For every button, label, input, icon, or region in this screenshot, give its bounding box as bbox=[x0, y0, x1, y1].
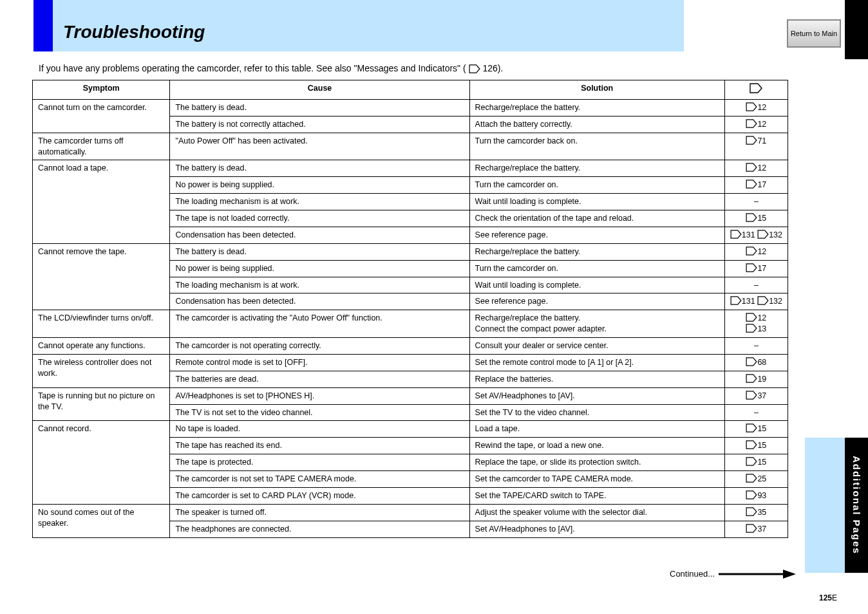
symptom-cell: Cannot record. bbox=[33, 421, 170, 504]
page-ref: 68 bbox=[746, 358, 766, 367]
cause-cell: No tape is loaded. bbox=[170, 421, 469, 438]
table-row: Cannot operate any functions.The camcord… bbox=[33, 338, 788, 355]
solution-cell: Recharge/replace the battery.Connect the… bbox=[469, 310, 724, 338]
table-row: Cannot remove the tape.The battery is de… bbox=[33, 243, 788, 260]
solution-cell: Turn the camcorder on. bbox=[469, 177, 724, 194]
solution-cell: Wait until loading is complete. bbox=[469, 277, 724, 293]
continued-arrow-icon bbox=[719, 570, 796, 579]
cause-cell: The battery is dead. bbox=[170, 99, 469, 116]
table-row: The LCD/viewfinder turns on/off.The camc… bbox=[33, 310, 788, 338]
page-ref: 37 bbox=[746, 525, 766, 534]
symptom-cell: The LCD/viewfinder turns on/off. bbox=[33, 310, 170, 338]
intro-prefix: If you have any problems operating the c… bbox=[39, 63, 466, 73]
page-ref-cell: – bbox=[724, 338, 788, 355]
page-ref: 37 bbox=[746, 391, 766, 400]
cause-cell: The tape is not loaded correctly. bbox=[170, 210, 469, 227]
symptom-cell: The camcorder turns off automatically. bbox=[33, 133, 170, 160]
page-ref: 15 bbox=[746, 441, 766, 450]
page-ref-cell: 37 bbox=[724, 521, 788, 537]
solution-cell: Set the camcorder to TAPE CAMERA mode. bbox=[469, 471, 724, 488]
solution-cell: Recharge/replace the battery. bbox=[469, 160, 724, 177]
cause-cell: Condensation has been detected. bbox=[170, 227, 469, 243]
cause-cell: The TV is not set to the video channel. bbox=[170, 404, 469, 421]
page-ref-cell: 15 bbox=[724, 438, 788, 454]
page-number: 125E bbox=[819, 593, 837, 602]
cause-cell: The tape has reached its end. bbox=[170, 438, 469, 454]
page-ref: 35 bbox=[746, 508, 766, 517]
page-ref-cell: 25 bbox=[724, 471, 788, 488]
page-ref-cell: 71 bbox=[724, 133, 788, 160]
page-ref-cell: 37 bbox=[724, 387, 788, 404]
solution-cell: Attach the battery correctly. bbox=[469, 116, 724, 133]
symptom-cell: Cannot load a tape. bbox=[33, 160, 170, 243]
cause-cell: The battery is not correctly attached. bbox=[170, 116, 469, 133]
page-ref: 15 bbox=[746, 424, 766, 433]
page-ref: 17 bbox=[746, 264, 766, 273]
solution-cell: Check the orientation of the tape and re… bbox=[469, 210, 724, 227]
cause-cell: The camcorder is not set to TAPE CAMERA … bbox=[170, 471, 469, 488]
cause-cell: No power is being supplied. bbox=[170, 177, 469, 194]
solution-cell: Set AV/Headphones to [AV]. bbox=[469, 387, 724, 404]
solution-cell: Replace the tape, or slide its protectio… bbox=[469, 454, 724, 471]
solution-cell: Replace the batteries. bbox=[469, 371, 724, 387]
page-ref-cell: – bbox=[724, 194, 788, 210]
continued-label: Continued... bbox=[670, 569, 715, 579]
solution-cell: Turn the camcorder back on. bbox=[469, 133, 724, 160]
cause-cell: The camcorder is not operating correctly… bbox=[170, 338, 469, 355]
return-to-main-button[interactable]: Return to Main bbox=[787, 19, 841, 48]
solution-cell: Load a tape. bbox=[469, 421, 724, 438]
solution-cell: Wait until loading is complete. bbox=[469, 194, 724, 210]
cause-cell: The headphones are connected. bbox=[170, 521, 469, 537]
side-tab: Additional Pages bbox=[845, 438, 868, 573]
symptom-cell: Cannot operate any functions. bbox=[33, 338, 170, 355]
page-ref-cell: 17 bbox=[724, 177, 788, 194]
table-row: The camcorder turns off automatically."A… bbox=[33, 133, 788, 160]
side-tab-label: Additional Pages bbox=[851, 456, 862, 555]
page-ref-cell: 12 bbox=[724, 243, 788, 260]
troubleshooting-table: Symptom Cause Solution Cannot turn on th… bbox=[32, 80, 788, 538]
solution-cell: Adjust the speaker volume with the selec… bbox=[469, 504, 724, 521]
cause-cell: The batteries are dead. bbox=[170, 371, 469, 387]
table-row: The wireless controller does not work.Re… bbox=[33, 354, 788, 371]
page-ref-cell: – bbox=[724, 404, 788, 421]
page-ref-cell: 93 bbox=[724, 487, 788, 504]
solution-cell: Recharge/replace the battery. bbox=[469, 243, 724, 260]
continued-indicator: Continued... bbox=[670, 569, 796, 579]
page-ref: 131 bbox=[730, 297, 755, 306]
page-ref: 19 bbox=[746, 375, 766, 384]
table-row: Cannot load a tape.The battery is dead.R… bbox=[33, 160, 788, 177]
symptom-cell: Tape is running but no picture on the TV… bbox=[33, 387, 170, 421]
cause-cell: The camcorder is set to CARD PLAY (VCR) … bbox=[170, 487, 469, 504]
page-ref-cell: 35 bbox=[724, 504, 788, 521]
page-ref: 71 bbox=[746, 136, 766, 145]
page-ref-cell: 19 bbox=[724, 371, 788, 387]
cause-cell: Condensation has been detected. bbox=[170, 293, 469, 310]
solution-cell: Set the remote control mode to [A 1] or … bbox=[469, 354, 724, 371]
cause-cell: The loading mechanism is at work. bbox=[170, 194, 469, 210]
page-ref-cell: 15 bbox=[724, 421, 788, 438]
cause-cell: No power is being supplied. bbox=[170, 260, 469, 277]
page-ref-cell: 131 132 bbox=[724, 293, 788, 310]
page-ref-cell: 1213 bbox=[724, 310, 788, 338]
cause-cell: The camcorder is activating the "Auto Po… bbox=[170, 310, 469, 338]
page-number-value: 125 bbox=[819, 593, 832, 602]
th-solution: Solution bbox=[469, 80, 724, 100]
page-ref: 15 bbox=[746, 214, 766, 223]
solution-cell: Recharge/replace the battery. bbox=[469, 99, 724, 116]
page-ref-cell: 12 bbox=[724, 160, 788, 177]
page-number-suffix: E bbox=[832, 593, 837, 602]
symptom-cell: The wireless controller does not work. bbox=[33, 354, 170, 387]
table-row: Cannot record.No tape is loaded.Load a t… bbox=[33, 421, 788, 438]
page-title: Troubleshooting bbox=[63, 22, 205, 42]
th-page-icon bbox=[724, 80, 788, 100]
page-ref-icon bbox=[469, 63, 480, 73]
page-ref-cell: 12 bbox=[724, 116, 788, 133]
page-ref: 132 bbox=[757, 230, 782, 239]
solution-cell: Consult your dealer or service center. bbox=[469, 338, 724, 355]
cause-cell: "Auto Power Off" has been activated. bbox=[170, 133, 469, 160]
return-to-main-label: Return to Main bbox=[791, 30, 837, 37]
page-ref: 12 bbox=[746, 163, 766, 172]
table-header-row: Symptom Cause Solution bbox=[33, 80, 788, 100]
solution-cell: Set the TV to the video channel. bbox=[469, 404, 724, 421]
top-corner-tab bbox=[845, 0, 868, 59]
